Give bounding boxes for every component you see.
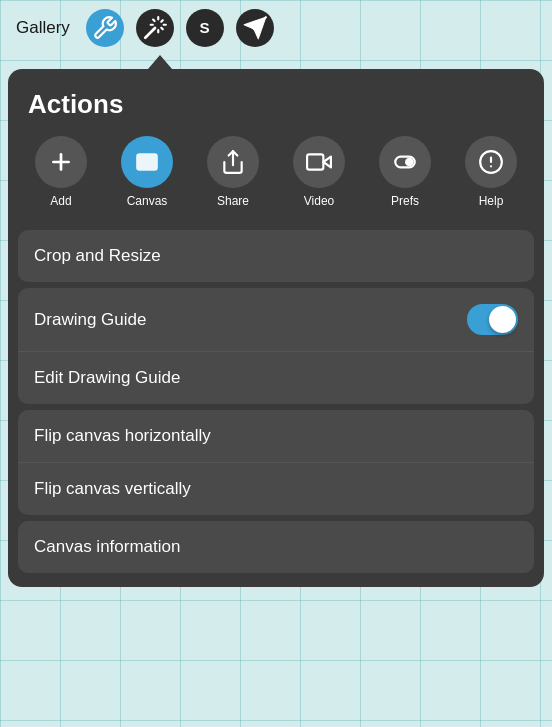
menu-item-flip-horizontal[interactable]: Flip canvas horizontally bbox=[18, 410, 534, 463]
share-icon-circle bbox=[207, 136, 259, 188]
sketchbook-icon-button[interactable]: S bbox=[186, 9, 224, 47]
help-icon-circle bbox=[465, 136, 517, 188]
svg-marker-2 bbox=[244, 17, 266, 39]
help-label: Help bbox=[479, 194, 504, 208]
icon-item-prefs[interactable]: Prefs bbox=[379, 136, 431, 208]
icon-item-help[interactable]: Help bbox=[465, 136, 517, 208]
menu-item-crop-resize[interactable]: Crop and Resize bbox=[18, 230, 534, 282]
canvas-label: Canvas bbox=[127, 194, 168, 208]
add-label: Add bbox=[50, 194, 71, 208]
menu-item-canvas-information[interactable]: Canvas information bbox=[18, 521, 534, 573]
share-label: Share bbox=[217, 194, 249, 208]
section-drawing-guide: Drawing Guide Edit Drawing Guide bbox=[18, 288, 534, 404]
svg-marker-7 bbox=[323, 157, 331, 168]
popup-title: Actions bbox=[8, 89, 544, 136]
canvas-icon-circle bbox=[121, 136, 173, 188]
icon-row: Add Canvas Share bbox=[8, 136, 544, 224]
section-crop: Crop and Resize bbox=[18, 230, 534, 282]
icon-item-canvas[interactable]: Canvas bbox=[121, 136, 173, 208]
icon-item-add[interactable]: Add bbox=[35, 136, 87, 208]
add-icon-circle bbox=[35, 136, 87, 188]
video-icon-circle bbox=[293, 136, 345, 188]
menu-item-flip-vertical[interactable]: Flip canvas vertically bbox=[18, 463, 534, 515]
toggle-knob bbox=[489, 306, 516, 333]
svg-text:S: S bbox=[199, 19, 209, 36]
gallery-label[interactable]: Gallery bbox=[16, 18, 70, 38]
icon-item-share[interactable]: Share bbox=[207, 136, 259, 208]
wrench-icon-button[interactable] bbox=[86, 9, 124, 47]
menu-item-edit-drawing-guide[interactable]: Edit Drawing Guide bbox=[18, 352, 534, 404]
prefs-icon-circle bbox=[379, 136, 431, 188]
svg-point-10 bbox=[406, 159, 413, 166]
actions-popup: Actions Add Canvas bbox=[8, 69, 544, 587]
icon-item-video[interactable]: Video bbox=[293, 136, 345, 208]
top-bar: Gallery S bbox=[0, 0, 552, 55]
drawing-guide-toggle[interactable] bbox=[467, 304, 518, 335]
magic-wand-icon-button[interactable] bbox=[136, 9, 174, 47]
video-label: Video bbox=[304, 194, 334, 208]
section-flip: Flip canvas horizontally Flip canvas ver… bbox=[18, 410, 534, 515]
popup-arrow bbox=[148, 55, 172, 69]
menu-item-drawing-guide[interactable]: Drawing Guide bbox=[18, 288, 534, 352]
svg-rect-8 bbox=[307, 154, 323, 169]
svg-rect-5 bbox=[137, 154, 157, 169]
section-canvas-info: Canvas information bbox=[18, 521, 534, 573]
send-icon-button[interactable] bbox=[236, 9, 274, 47]
prefs-label: Prefs bbox=[391, 194, 419, 208]
